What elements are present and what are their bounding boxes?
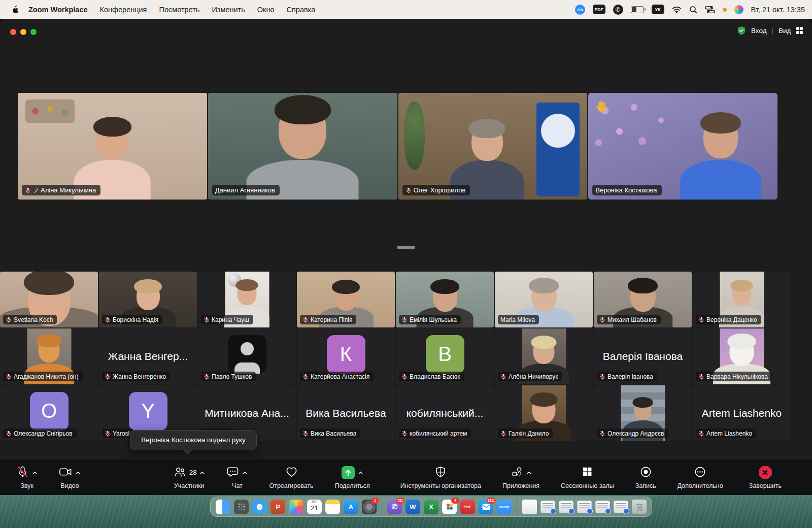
toolbar-record-button[interactable]: Запись	[632, 465, 659, 490]
webcam-video	[18, 93, 207, 200]
dock-divider	[382, 500, 382, 514]
toolbar-more-button[interactable]: Дополнительно	[674, 465, 726, 490]
viber-status-icon[interactable]: ✆	[613, 5, 623, 15]
toolbar-camera-button[interactable]: Видео	[56, 465, 84, 490]
toolbar-rooms-button[interactable]: Сессионные залы	[558, 465, 617, 490]
chevron-up-icon[interactable]	[242, 469, 248, 476]
speaker-video-tile[interactable]: Вероніка Костюкова	[588, 93, 777, 200]
layout-drag-handle[interactable]	[397, 246, 415, 249]
view-grid-icon[interactable]	[796, 27, 803, 34]
menu-item-1[interactable]: Посмотреть	[153, 6, 206, 14]
gallery-video-tile[interactable]: Artem LiashenkoArtem Liashenko	[693, 385, 791, 441]
fullscreen-button[interactable]	[30, 29, 37, 35]
pdf-status-icon[interactable]: PDF	[593, 5, 605, 14]
apple-menu-icon[interactable]	[7, 5, 22, 14]
login-button[interactable]: Вход	[751, 27, 767, 35]
dock-icon-excel[interactable]: X	[424, 500, 438, 514]
menu-item-3[interactable]: Окно	[251, 6, 281, 14]
dock-icon-pdf[interactable]: PDF	[460, 500, 475, 514]
siri-icon[interactable]	[734, 5, 743, 14]
menu-app-name[interactable]: Zoom Workplace	[22, 6, 94, 14]
gallery-video-tile[interactable]: Вероніка Даценко	[693, 272, 791, 327]
view-button[interactable]: Вид	[779, 27, 791, 35]
menu-item-2[interactable]: Изменить	[206, 6, 251, 14]
toolbar-chat-button[interactable]: Чат	[223, 465, 251, 490]
dock-icon-mail[interactable]: 3811	[479, 500, 493, 514]
gallery-video-tile[interactable]: Павло Тушков	[198, 328, 296, 384]
gallery-video-tile[interactable]: Алёна Ничипорук	[495, 328, 593, 384]
dock-icon-zoom[interactable]: zoom	[497, 500, 512, 514]
gallery-video-tile[interactable]: Варвара Нікульнікова	[693, 328, 791, 384]
gallery-video-tile[interactable]: Катерина Піпія	[297, 272, 395, 327]
gallery-video-tile[interactable]: ВВладислав Басюк	[396, 328, 494, 384]
muted-mic-icon	[105, 374, 111, 380]
dock-icon-notes[interactable]	[325, 500, 340, 514]
menu-item-0[interactable]: Конференция	[94, 6, 153, 14]
menu-item-4[interactable]: Справка	[281, 6, 322, 14]
gallery-video-tile[interactable]: Олександр Андрєєв	[594, 385, 692, 441]
toolbar-apps-button[interactable]: Приложения	[499, 465, 543, 490]
gallery-video-tile[interactable]: Галкін Данило	[495, 385, 593, 441]
gallery-video-tile[interactable]: Агаджанов Никита (он)	[0, 328, 98, 384]
gallery-video-tile[interactable]: OОлександр Снігірьов	[0, 385, 98, 441]
dock-icon-safari[interactable]	[252, 500, 267, 514]
speaker-video-tile[interactable]: Даниил Агнянников	[208, 93, 397, 200]
dock-minimized-window[interactable]	[614, 501, 628, 513]
keyboard-layout-badge[interactable]: УК	[652, 5, 664, 14]
dock-icon-settings[interactable]: 1	[362, 500, 377, 514]
toolbar-share-button[interactable]: Поделиться	[332, 465, 373, 490]
dock-icon-files[interactable]	[522, 500, 537, 514]
gallery-video-tile[interactable]: Maria Milova	[495, 272, 593, 327]
gallery-video-tile[interactable]: Svetlana Koch	[0, 272, 98, 327]
dock-icon-trash[interactable]	[632, 500, 647, 514]
gallery-video-tile[interactable]: Валерія ІвановаВалерія Іванова	[594, 328, 692, 384]
chevron-up-icon[interactable]	[75, 469, 81, 476]
gallery-video-tile[interactable]: Емілія Шульська	[396, 272, 494, 327]
toolbar-react-button[interactable]: Отреагировать	[266, 465, 316, 490]
gallery-video-tile[interactable]: Вика ВасильеваВика Васильева	[297, 385, 395, 441]
dock-icon-launchpad[interactable]	[234, 500, 249, 514]
dock-icon-viber[interactable]: ✆511	[387, 500, 402, 514]
zoom-status-icon[interactable]: zm	[575, 5, 585, 15]
dock-icon-photos[interactable]	[289, 500, 303, 514]
chevron-up-icon[interactable]	[526, 469, 532, 476]
close-button[interactable]	[10, 29, 16, 35]
webcam-video	[588, 93, 777, 200]
gallery-video-tile[interactable]: кобилянський...кобилянський артем	[396, 385, 494, 441]
dock-icon-word[interactable]: W	[405, 500, 420, 514]
menu-clock[interactable]: Вт, 21 окт. 13:35	[751, 6, 805, 14]
toolbar-participants-button[interactable]: 28Участники	[170, 465, 208, 490]
chevron-up-icon[interactable]	[32, 469, 38, 476]
dock-icon-powerpoint[interactable]: P	[270, 500, 285, 514]
muted-mic-icon	[6, 374, 12, 380]
dock-minimized-window[interactable]	[595, 501, 610, 513]
webcam-video	[398, 93, 588, 200]
gallery-video-tile[interactable]: Карина Чауш	[198, 272, 296, 327]
gallery-video-tile[interactable]: Борискіна Надія	[99, 272, 197, 327]
toolbar-mic-button[interactable]: Звук	[13, 465, 41, 490]
speaker-tiles: Аліна МикульчинаДаниил АгнянниковОлег Хо…	[18, 93, 777, 200]
participant-name: Даниил Агнянников	[215, 186, 275, 194]
battery-icon[interactable]	[631, 6, 644, 13]
wifi-icon[interactable]	[672, 6, 682, 13]
dock-icon-finder[interactable]	[216, 500, 230, 514]
chevron-up-icon[interactable]	[358, 469, 363, 476]
gallery-video-tile[interactable]: Жанна Венгер...Жанна Венгеренко	[99, 328, 197, 384]
speaker-video-tile[interactable]: Олег Хорошилов	[398, 93, 588, 200]
search-icon[interactable]	[689, 6, 697, 14]
name-label: Варвара Нікульнікова	[696, 372, 772, 381]
speaker-video-tile[interactable]: Аліна Микульчина	[18, 93, 207, 200]
chevron-up-icon[interactable]	[199, 469, 205, 476]
dock-icon-app-store[interactable]: A	[344, 500, 358, 514]
dock-minimized-window[interactable]	[577, 501, 592, 513]
dock-icon-calendar[interactable]: ОКТ21	[307, 500, 322, 514]
gallery-video-tile[interactable]: ККатерйова Анастасія	[297, 328, 395, 384]
minimize-button[interactable]	[20, 29, 26, 35]
dock-minimized-window[interactable]	[540, 501, 555, 513]
control-center-icon[interactable]	[705, 6, 715, 14]
toolbar-end-button[interactable]: Завершить	[746, 465, 785, 490]
dock-minimized-window[interactable]	[559, 501, 573, 513]
gallery-video-tile[interactable]: Михаил Шабанов	[594, 272, 692, 327]
dock-icon-office[interactable]: 4	[442, 500, 457, 514]
toolbar-shield-button[interactable]: Инструменты организатора	[397, 465, 484, 490]
